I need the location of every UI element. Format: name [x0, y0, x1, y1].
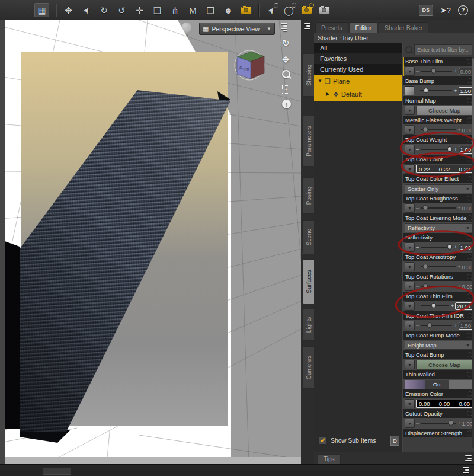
- scene-navigator-icon[interactable]: ↑: [282, 100, 291, 108]
- toggle-row[interactable]: On: [405, 380, 473, 389]
- weight-brush-tool-icon[interactable]: M: [187, 4, 198, 17]
- param-dropdown[interactable]: Height Map▼: [405, 341, 473, 350]
- slider-decrement-icon[interactable]: –: [416, 127, 419, 133]
- spot-render-tool-icon[interactable]: [319, 4, 330, 17]
- status-bar-button[interactable]: [43, 468, 71, 475]
- tab-posing[interactable]: Posing: [302, 177, 314, 214]
- slider-decrement-icon[interactable]: –: [416, 206, 419, 211]
- partial-button[interactable]: D: [390, 436, 399, 446]
- param-expand-button[interactable]: ▼: [405, 106, 415, 115]
- tips-menu-icon[interactable]: [465, 455, 472, 461]
- param-expand-button[interactable]: ▼: [405, 262, 415, 271]
- rotate-view-tool-icon[interactable]: ↻: [98, 4, 110, 17]
- slider-increment-icon[interactable]: +: [457, 421, 460, 426]
- slider-increment-icon[interactable]: +: [454, 147, 457, 152]
- tab-editor[interactable]: Editor: [350, 22, 377, 33]
- tab-surfaces[interactable]: Surfaces: [302, 259, 314, 304]
- pan-tool-icon[interactable]: ✥: [282, 55, 290, 65]
- slider-track[interactable]: [421, 129, 456, 130]
- scale-tool-icon[interactable]: ❏: [152, 4, 163, 17]
- checkbox-checked-icon[interactable]: ✔: [319, 436, 327, 445]
- frame-tool-icon[interactable]: +: [282, 85, 290, 94]
- parameter-scrollbar[interactable]: [472, 57, 474, 448]
- list-item-all[interactable]: All: [314, 43, 402, 53]
- toggle-on-button[interactable]: On: [425, 380, 449, 389]
- rotate-tool-icon[interactable]: ↺: [116, 4, 127, 17]
- slider-decrement-icon[interactable]: –: [416, 147, 419, 152]
- slider-track[interactable]: [421, 149, 452, 150]
- slider-thumb[interactable]: [423, 264, 428, 269]
- ds-home-icon[interactable]: DS: [419, 5, 433, 16]
- slider-increment-icon[interactable]: +: [457, 264, 460, 270]
- aim-icon[interactable]: [181, 23, 191, 33]
- param-expand-button[interactable]: ▼: [405, 419, 415, 428]
- universal-tool-icon[interactable]: ✥: [63, 4, 74, 17]
- param-expand-button[interactable]: ▼: [405, 203, 415, 213]
- show-sub-items[interactable]: ✔ Show Sub Items: [314, 434, 402, 447]
- slider-decrement-icon[interactable]: –: [415, 88, 418, 94]
- tab-parameters[interactable]: Parameters: [302, 116, 314, 167]
- param-value[interactable]: 1.50: [459, 322, 473, 330]
- window-layout-icon[interactable]: ▦: [34, 3, 49, 17]
- slider-decrement-icon[interactable]: –: [416, 304, 419, 309]
- view-selector[interactable]: ▦ Perspective View ▼: [199, 23, 275, 35]
- viewport-options-icon[interactable]: [281, 23, 287, 31]
- list-item-default[interactable]: ▶❖Default: [314, 88, 402, 101]
- list-item-favorites[interactable]: Favorites: [314, 53, 402, 64]
- pane-menu-icon[interactable]: [304, 23, 310, 29]
- choose-map-button[interactable]: Choose Map: [416, 106, 473, 116]
- param-expand-button[interactable]: ▼: [405, 164, 415, 174]
- figure-tool-icon[interactable]: ☻: [223, 4, 234, 17]
- render-button-icon[interactable]: [241, 4, 252, 17]
- param-expand-button[interactable]: ▼: [405, 321, 415, 330]
- slider-decrement-icon[interactable]: –: [416, 284, 419, 289]
- tab-scene[interactable]: Scene: [302, 220, 314, 254]
- slider-increment-icon[interactable]: +: [454, 245, 457, 250]
- list-item-plane[interactable]: ▼❒Plane: [314, 75, 402, 88]
- joint-editor-tool-icon[interactable]: ⋔: [169, 4, 181, 17]
- slider-thumb[interactable]: [447, 244, 452, 250]
- tool-settings-icon[interactable]: ➤: [265, 4, 277, 17]
- slider-decrement-icon[interactable]: –: [416, 421, 419, 426]
- slider-thumb[interactable]: [448, 420, 453, 426]
- param-expand-button[interactable]: ▼: [405, 399, 415, 408]
- param-value[interactable]: 1.00: [459, 146, 473, 154]
- choose-map-button[interactable]: Choose Map: [416, 360, 473, 370]
- scrollbar-thumb[interactable]: [472, 58, 474, 159]
- node-selection-tool-icon[interactable]: ➤: [81, 4, 92, 17]
- surface-selection-tool-icon[interactable]: ◯: [283, 4, 294, 17]
- slider-track[interactable]: [421, 71, 452, 72]
- whats-this-help-icon[interactable]: ➤?: [440, 6, 451, 15]
- expander-icon[interactable]: ▼: [318, 75, 322, 88]
- param-expand-button[interactable]: ▼: [405, 282, 415, 291]
- param-value[interactable]: 1.50: [459, 87, 473, 95]
- slider-increment-icon[interactable]: +: [457, 206, 460, 211]
- viewport[interactable]: Front ▾ ▦ Perspective View ▼ ↻ ✥ + ↑: [0, 20, 301, 464]
- slider-decrement-icon[interactable]: –: [416, 245, 419, 250]
- param-expand-button[interactable]: ▼: [405, 301, 415, 311]
- slider-track[interactable]: [421, 286, 456, 287]
- slider-increment-icon[interactable]: +: [454, 69, 457, 74]
- slider-increment-icon[interactable]: +: [457, 284, 460, 289]
- color-field[interactable]: 0.000.000.00: [416, 400, 473, 408]
- slider-track[interactable]: [421, 207, 456, 209]
- color-field[interactable]: 0.220.220.22: [416, 165, 473, 173]
- slider-thumb[interactable]: [423, 205, 428, 210]
- translate-tool-icon[interactable]: ✛: [134, 4, 145, 17]
- slider-thumb[interactable]: [447, 146, 452, 152]
- slider-thumb[interactable]: [427, 322, 432, 328]
- orbit-tool-icon[interactable]: ↻: [282, 38, 290, 49]
- slider-thumb[interactable]: [431, 303, 437, 308]
- tab-shaping[interactable]: Shaping: [302, 53, 314, 97]
- slider-track[interactable]: [421, 423, 456, 424]
- slider-track[interactable]: [420, 90, 452, 91]
- aux-render-button-icon[interactable]: [301, 4, 312, 17]
- param-dropdown[interactable]: Reflectivity▼: [405, 223, 473, 232]
- slider-thumb[interactable]: [423, 88, 428, 93]
- list-item-currently-used[interactable]: Currently Used: [314, 64, 402, 75]
- geometry-editor-tool-icon[interactable]: ❒: [205, 4, 216, 17]
- slider-thumb[interactable]: [423, 283, 428, 289]
- zoom-tool-icon[interactable]: [282, 70, 290, 78]
- param-expand-button[interactable]: ▼: [405, 66, 415, 76]
- slider-increment-icon[interactable]: +: [454, 88, 457, 94]
